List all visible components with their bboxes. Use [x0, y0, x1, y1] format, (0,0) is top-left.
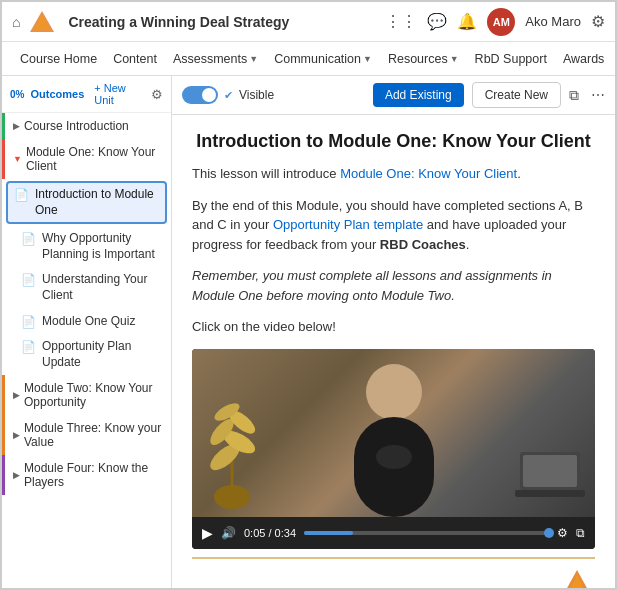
check-icon: ✔ [224, 89, 233, 102]
svg-rect-14 [515, 490, 585, 497]
visibility-toggle-wrap: ✔ Visible [182, 86, 274, 104]
opportunity-plan-link[interactable]: Opportunity Plan template [273, 217, 423, 232]
chevron-right-icon: ▶ [13, 390, 20, 400]
section-label: Module One: Know Your Client [26, 145, 163, 173]
sidebar-section-course-intro[interactable]: ▶ Course Introduction [2, 113, 171, 139]
chevron-right-icon: ▶ [13, 121, 20, 131]
progress-dot [544, 528, 554, 538]
volume-button[interactable]: 🔊 [221, 526, 236, 540]
home-icon[interactable]: ⌂ [12, 14, 20, 30]
nav-content[interactable]: Content [105, 44, 165, 74]
outcomes-pct: 0% [10, 89, 24, 100]
lesson-title: Introduction to Module One: Know Your Cl… [192, 131, 595, 152]
sidebar-section-module-four[interactable]: ▶ Module Four: Know the Players [2, 455, 171, 495]
time-display: 0:05 / 0:34 [244, 527, 296, 539]
chat-icon[interactable]: 💬 [427, 12, 447, 31]
laptop-decoration [515, 447, 585, 497]
nav-bar: Course Home Content Assessments ▼ Commun… [2, 42, 615, 76]
nav-course-home[interactable]: Course Home [12, 44, 105, 74]
nav-resources[interactable]: Resources ▼ [380, 44, 467, 74]
top-bar-actions: ⋮⋮ 💬 🔔 AM Ako Maro ⚙ [385, 8, 605, 36]
progress-fill [304, 531, 353, 535]
section-label: Module Two: Know Your Opportunity [24, 381, 163, 409]
sidebar-section-module-two[interactable]: ▶ Module Two: Know Your Opportunity [2, 375, 171, 415]
document-icon: 📄 [21, 315, 36, 329]
nav-communication[interactable]: Communication ▼ [266, 44, 380, 74]
sidebar-item-opportunity-plan[interactable]: 📄 Opportunity Plan Update [2, 334, 171, 375]
document-icon: 📄 [21, 340, 36, 354]
sidebar-section-module-three[interactable]: ▶ Module Three: Know your Value [2, 415, 171, 455]
page-title: Creating a Winning Deal Strategy [68, 14, 377, 30]
more-options-icon[interactable]: ⋯ [591, 87, 605, 103]
item-label: Why Opportunity Planning is Important [42, 231, 163, 262]
person-silhouette [334, 357, 454, 517]
nav-course-admin[interactable]: Course Admin [612, 44, 617, 74]
lesson-para-3: Click on the video below! [192, 317, 595, 337]
svg-rect-13 [523, 455, 577, 487]
content-area: ✔ Visible Add Existing Create New ⧉ ⋯ In… [172, 76, 615, 588]
section-label: Module Three: Know your Value [24, 421, 163, 449]
section-label: Module Four: Know the Players [24, 461, 163, 489]
sidebar-gear-icon[interactable]: ⚙ [151, 87, 163, 102]
svg-point-2 [214, 485, 250, 509]
top-bar: ⌂ Creating a Winning Deal Strategy ⋮⋮ 💬 … [2, 2, 615, 42]
section-label: Course Introduction [24, 119, 129, 133]
lesson-para-2: Remember, you must complete all lessons … [192, 266, 595, 305]
add-existing-button[interactable]: Add Existing [373, 83, 464, 107]
plant-decoration [197, 387, 267, 517]
lesson-intro: This lesson will introduce Module One: K… [192, 164, 595, 184]
content-body: Introduction to Module One: Know Your Cl… [172, 115, 615, 588]
bell-icon[interactable]: 🔔 [457, 12, 477, 31]
toggle-knob [202, 88, 216, 102]
nav-assessments[interactable]: Assessments ▼ [165, 44, 266, 74]
intro-link[interactable]: Module One: Know Your Client [340, 166, 517, 181]
svg-point-11 [376, 445, 412, 469]
new-unit-button[interactable]: + New Unit [94, 82, 145, 106]
item-label: Introduction to Module One [35, 187, 159, 218]
lesson-para-1: By the end of this Module, you should ha… [192, 196, 595, 255]
sidebar-list: ▶ Course Introduction ▼ Module One: Know… [2, 113, 171, 588]
create-new-button[interactable]: Create New [472, 82, 561, 108]
nav-rbd-support[interactable]: RbD Support [467, 44, 555, 74]
nav-awards[interactable]: Awards [555, 44, 612, 74]
document-icon: 📄 [21, 232, 36, 246]
progress-bar[interactable] [304, 531, 549, 535]
document-icon: 📄 [14, 188, 29, 202]
video-controls: ▶ 🔊 0:05 / 0:34 ⚙ ⧉ [192, 517, 595, 549]
settings-icon[interactable]: ⚙ [591, 12, 605, 31]
sidebar-item-module-one-quiz[interactable]: 📄 Module One Quiz [2, 309, 171, 335]
chevron-down-icon: ▼ [13, 154, 22, 164]
fullscreen-icon[interactable]: ⧉ [576, 526, 585, 540]
document-icon: 📄 [21, 273, 36, 287]
rbd-coaches-text: RBD Coaches [380, 237, 466, 252]
visible-label: Visible [239, 88, 274, 102]
play-button[interactable]: ▶ [202, 525, 213, 541]
video-player[interactable]: ▶ 🔊 0:05 / 0:34 ⚙ ⧉ [192, 349, 595, 549]
sidebar: 0% Outcomes + New Unit ⚙ ▶ Course Introd… [2, 76, 172, 588]
chevron-right-icon: ▶ [13, 430, 20, 440]
video-settings-icon[interactable]: ⚙ [557, 526, 568, 540]
item-label: Understanding Your Client [42, 272, 163, 303]
visible-toggle[interactable] [182, 86, 218, 104]
corner-logo-wrap [192, 567, 595, 589]
logo [28, 8, 56, 36]
grid-icon[interactable]: ⋮⋮ [385, 12, 417, 31]
avatar[interactable]: AM [487, 8, 515, 36]
expand-icon[interactable]: ⧉ [569, 87, 579, 104]
sidebar-top: 0% Outcomes + New Unit ⚙ [2, 76, 171, 113]
item-label: Module One Quiz [42, 314, 135, 330]
sidebar-section-module-one[interactable]: ▼ Module One: Know Your Client [2, 139, 171, 179]
video-thumbnail [192, 349, 595, 517]
username: Ako Maro [525, 14, 581, 29]
content-toolbar: ✔ Visible Add Existing Create New ⧉ ⋯ [172, 76, 615, 115]
outcomes-button[interactable]: Outcomes [30, 88, 84, 100]
main-area: 0% Outcomes + New Unit ⚙ ▶ Course Introd… [2, 76, 615, 588]
sidebar-item-why-opportunity[interactable]: 📄 Why Opportunity Planning is Important [2, 226, 171, 267]
item-label: Opportunity Plan Update [42, 339, 163, 370]
sidebar-item-intro-module-one[interactable]: 📄 Introduction to Module One [6, 181, 167, 224]
corner-logo [559, 567, 595, 589]
sidebar-item-understanding-client[interactable]: 📄 Understanding Your Client [2, 267, 171, 308]
chevron-right-icon: ▶ [13, 470, 20, 480]
bottom-divider [192, 557, 595, 559]
svg-point-9 [366, 364, 422, 420]
